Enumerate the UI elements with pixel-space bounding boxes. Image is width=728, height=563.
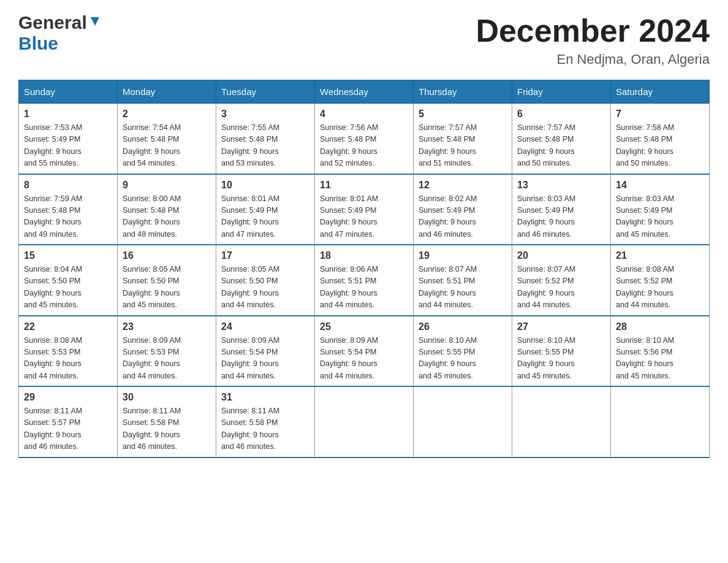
day-number: 23 [123,321,211,332]
day-number: 12 [419,180,507,191]
calendar-cell: 7 Sunrise: 7:58 AM Sunset: 5:48 PM Dayli… [611,104,710,174]
calendar-cell: 25 Sunrise: 8:09 AM Sunset: 5:54 PM Dayl… [315,316,414,387]
week-row-2: 8 Sunrise: 7:59 AM Sunset: 5:48 PM Dayli… [19,174,710,245]
day-info: Sunrise: 8:09 AM Sunset: 5:53 PM Dayligh… [123,335,211,383]
day-info: Sunrise: 7:57 AM Sunset: 5:48 PM Dayligh… [419,122,507,170]
calendar-cell: 18 Sunrise: 8:06 AM Sunset: 5:51 PM Dayl… [315,245,414,316]
week-row-4: 22 Sunrise: 8:08 AM Sunset: 5:53 PM Dayl… [19,316,710,387]
weekday-header-saturday: Saturday [611,80,710,104]
logo-triangle-icon [88,15,102,28]
day-number: 31 [221,392,309,403]
weekday-header-wednesday: Wednesday [315,80,414,104]
day-number: 7 [616,109,704,120]
calendar-cell: 2 Sunrise: 7:54 AM Sunset: 5:48 PM Dayli… [118,104,216,174]
calendar-cell: 31 Sunrise: 8:11 AM Sunset: 5:58 PM Dayl… [216,386,315,458]
weekday-header-row: SundayMondayTuesdayWednesdayThursdayFrid… [19,80,710,104]
day-info: Sunrise: 8:05 AM Sunset: 5:50 PM Dayligh… [221,264,309,312]
logo-blue: Blue [18,33,58,53]
day-number: 6 [517,109,605,120]
weekday-header-tuesday: Tuesday [216,80,315,104]
day-number: 1 [24,109,112,120]
logo-general: General [18,12,87,33]
calendar-cell: 19 Sunrise: 8:07 AM Sunset: 5:51 PM Dayl… [414,245,512,316]
day-number: 27 [517,321,605,332]
day-number: 18 [320,250,408,261]
week-row-1: 1 Sunrise: 7:53 AM Sunset: 5:49 PM Dayli… [19,104,710,174]
calendar-cell: 1 Sunrise: 7:53 AM Sunset: 5:49 PM Dayli… [19,104,118,174]
weekday-header-sunday: Sunday [19,80,118,104]
calendar-cell: 23 Sunrise: 8:09 AM Sunset: 5:53 PM Dayl… [118,316,216,387]
day-info: Sunrise: 8:07 AM Sunset: 5:52 PM Dayligh… [517,264,605,312]
day-number: 11 [320,180,408,191]
day-number: 9 [123,180,211,191]
calendar-cell: 30 Sunrise: 8:11 AM Sunset: 5:58 PM Dayl… [118,386,216,458]
day-info: Sunrise: 8:05 AM Sunset: 5:50 PM Dayligh… [123,264,211,312]
calendar-cell [512,386,611,458]
calendar-subtitle: En Nedjma, Oran, Algeria [476,52,710,67]
calendar-cell [414,386,512,458]
calendar-cell: 13 Sunrise: 8:03 AM Sunset: 5:49 PM Dayl… [512,174,611,245]
day-info: Sunrise: 8:09 AM Sunset: 5:54 PM Dayligh… [221,335,309,383]
day-number: 16 [123,250,211,261]
calendar-cell: 22 Sunrise: 8:08 AM Sunset: 5:53 PM Dayl… [19,316,118,387]
day-info: Sunrise: 7:58 AM Sunset: 5:48 PM Dayligh… [616,122,704,170]
day-number: 5 [419,109,507,120]
day-info: Sunrise: 8:08 AM Sunset: 5:52 PM Dayligh… [616,264,704,312]
calendar-title: December 2024 [476,12,710,49]
calendar-cell: 26 Sunrise: 8:10 AM Sunset: 5:55 PM Dayl… [414,316,512,387]
day-info: Sunrise: 8:07 AM Sunset: 5:51 PM Dayligh… [419,264,507,312]
weekday-header-thursday: Thursday [414,80,512,104]
weekday-header-monday: Monday [118,80,216,104]
calendar-cell: 11 Sunrise: 8:01 AM Sunset: 5:49 PM Dayl… [315,174,414,245]
day-number: 28 [616,321,704,332]
day-number: 29 [24,392,112,403]
day-info: Sunrise: 8:11 AM Sunset: 5:57 PM Dayligh… [24,405,112,453]
calendar-cell: 28 Sunrise: 8:10 AM Sunset: 5:56 PM Dayl… [611,316,710,387]
calendar-cell: 15 Sunrise: 8:04 AM Sunset: 5:50 PM Dayl… [19,245,118,316]
day-number: 8 [24,180,112,191]
calendar-table: SundayMondayTuesdayWednesdayThursdayFrid… [18,80,710,458]
day-number: 3 [221,109,309,120]
day-info: Sunrise: 8:04 AM Sunset: 5:50 PM Dayligh… [24,264,112,312]
svg-marker-0 [91,17,99,26]
day-info: Sunrise: 8:08 AM Sunset: 5:53 PM Dayligh… [24,335,112,383]
day-info: Sunrise: 8:10 AM Sunset: 5:56 PM Dayligh… [616,335,704,383]
day-number: 24 [221,321,309,332]
day-info: Sunrise: 8:03 AM Sunset: 5:49 PM Dayligh… [616,193,704,241]
day-info: Sunrise: 8:11 AM Sunset: 5:58 PM Dayligh… [123,405,211,453]
day-info: Sunrise: 8:03 AM Sunset: 5:49 PM Dayligh… [517,193,605,241]
day-info: Sunrise: 7:59 AM Sunset: 5:48 PM Dayligh… [24,193,112,241]
day-number: 26 [419,321,507,332]
day-number: 17 [221,250,309,261]
weekday-header-friday: Friday [512,80,611,104]
day-number: 4 [320,109,408,120]
day-info: Sunrise: 8:11 AM Sunset: 5:58 PM Dayligh… [221,405,309,453]
day-info: Sunrise: 8:02 AM Sunset: 5:49 PM Dayligh… [419,193,507,241]
day-info: Sunrise: 8:06 AM Sunset: 5:51 PM Dayligh… [320,264,408,312]
day-number: 10 [221,180,309,191]
day-info: Sunrise: 7:55 AM Sunset: 5:48 PM Dayligh… [221,122,309,170]
calendar-cell: 6 Sunrise: 7:57 AM Sunset: 5:48 PM Dayli… [512,104,611,174]
calendar-cell [315,386,414,458]
day-number: 19 [419,250,507,261]
day-info: Sunrise: 7:53 AM Sunset: 5:49 PM Dayligh… [24,122,112,170]
calendar-cell: 17 Sunrise: 8:05 AM Sunset: 5:50 PM Dayl… [216,245,315,316]
calendar-cell: 21 Sunrise: 8:08 AM Sunset: 5:52 PM Dayl… [611,245,710,316]
day-number: 14 [616,180,704,191]
calendar-cell: 29 Sunrise: 8:11 AM Sunset: 5:57 PM Dayl… [19,386,118,458]
day-info: Sunrise: 8:01 AM Sunset: 5:49 PM Dayligh… [221,193,309,241]
day-number: 22 [24,321,112,332]
calendar-cell: 9 Sunrise: 8:00 AM Sunset: 5:48 PM Dayli… [118,174,216,245]
calendar-cell: 24 Sunrise: 8:09 AM Sunset: 5:54 PM Dayl… [216,316,315,387]
week-row-3: 15 Sunrise: 8:04 AM Sunset: 5:50 PM Dayl… [19,245,710,316]
calendar-cell: 3 Sunrise: 7:55 AM Sunset: 5:48 PM Dayli… [216,104,315,174]
day-number: 25 [320,321,408,332]
calendar-cell: 12 Sunrise: 8:02 AM Sunset: 5:49 PM Dayl… [414,174,512,245]
day-info: Sunrise: 7:56 AM Sunset: 5:48 PM Dayligh… [320,122,408,170]
day-info: Sunrise: 8:09 AM Sunset: 5:54 PM Dayligh… [320,335,408,383]
day-info: Sunrise: 8:00 AM Sunset: 5:48 PM Dayligh… [123,193,211,241]
calendar-cell [611,386,710,458]
day-number: 21 [616,250,704,261]
calendar-cell: 4 Sunrise: 7:56 AM Sunset: 5:48 PM Dayli… [315,104,414,174]
calendar-cell: 16 Sunrise: 8:05 AM Sunset: 5:50 PM Dayl… [118,245,216,316]
